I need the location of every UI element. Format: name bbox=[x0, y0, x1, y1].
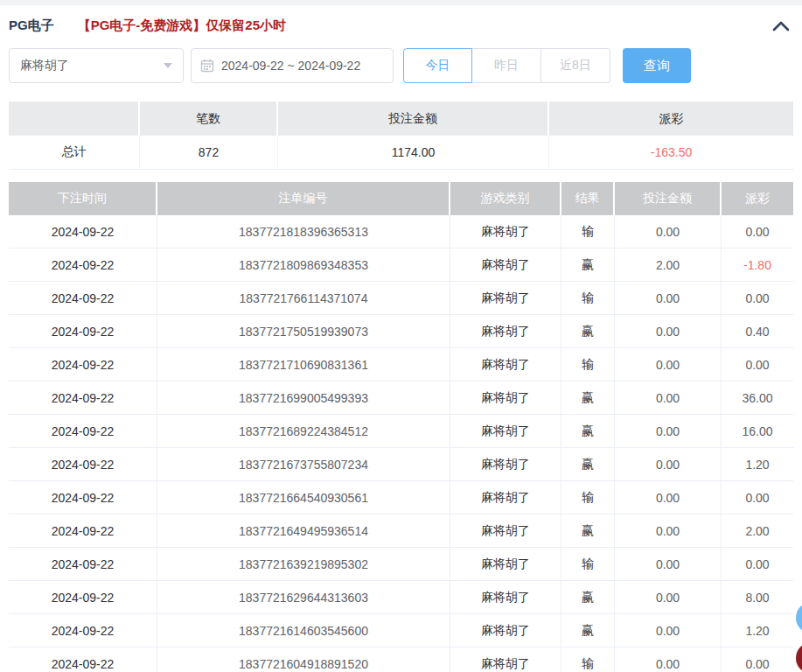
cell-bet-time: 2024-09-22 bbox=[9, 282, 157, 314]
table-row: 2024-09-22 1837721809869348353 麻将胡了 赢 2.… bbox=[9, 248, 793, 282]
cell-result: 赢 bbox=[561, 382, 615, 414]
cell-game-type: 麻将胡了 bbox=[450, 215, 561, 248]
cell-payout: 2.00 bbox=[722, 514, 793, 547]
cell-bet-time: 2024-09-22 bbox=[9, 248, 157, 281]
cell-result: 赢 bbox=[561, 415, 615, 447]
cell-game-type: 麻将胡了 bbox=[450, 448, 561, 480]
chevron-up-icon bbox=[772, 20, 790, 32]
cell-result: 赢 bbox=[561, 448, 615, 480]
floating-red-button[interactable] bbox=[796, 642, 802, 672]
summary-header-bet-amount: 投注金额 bbox=[278, 102, 549, 136]
cell-payout: 0.00 bbox=[722, 348, 793, 381]
table-row: 2024-09-22 1837721710690831361 麻将胡了 输 0.… bbox=[9, 348, 793, 382]
summary-total-count: 872 bbox=[140, 136, 278, 169]
cell-bet-amount: 0.00 bbox=[615, 548, 722, 580]
cell-result: 赢 bbox=[561, 514, 615, 547]
cell-result: 输 bbox=[561, 215, 615, 248]
bet-table: 下注时间 注单编号 游戏类别 结果 投注金额 派彩 2024-09-22 183… bbox=[9, 182, 793, 672]
cell-payout: 8.00 bbox=[722, 581, 793, 613]
table-row: 2024-09-22 1837721639219895302 麻将胡了 输 0.… bbox=[9, 548, 793, 581]
cell-payout: 36.00 bbox=[722, 382, 793, 414]
col-header-result: 结果 bbox=[561, 182, 615, 215]
table-row: 2024-09-22 1837721649495936514 麻将胡了 赢 0.… bbox=[9, 514, 793, 548]
filter-bar: 麻将胡了 2024-09-22 ~ 2024-09-22 今日 昨日 近8日 查… bbox=[9, 48, 793, 83]
promo-notice: 【PG电子-免费游戏】仅保留25小时 bbox=[78, 18, 286, 34]
col-header-payout: 派彩 bbox=[722, 182, 793, 215]
cell-payout: 0.40 bbox=[722, 315, 793, 347]
cell-payout: 0.00 bbox=[722, 282, 793, 314]
cell-game-type: 麻将胡了 bbox=[450, 514, 561, 547]
table-row: 2024-09-22 1837721689224384512 麻将胡了 赢 0.… bbox=[9, 415, 793, 448]
cell-bet-time: 2024-09-22 bbox=[9, 581, 157, 613]
cell-bet-time: 2024-09-22 bbox=[9, 415, 157, 447]
table-row: 2024-09-22 1837721664540930561 麻将胡了 输 0.… bbox=[9, 481, 793, 514]
cell-bet-amount: 0.00 bbox=[615, 315, 722, 347]
cell-bet-id: 1837721710690831361 bbox=[157, 348, 450, 381]
cell-bet-id: 1837721604918891520 bbox=[157, 648, 450, 672]
search-button[interactable]: 查询 bbox=[623, 48, 691, 83]
collapse-panel-button[interactable] bbox=[771, 18, 792, 34]
cell-bet-time: 2024-09-22 bbox=[9, 215, 157, 248]
pg-report-panel: PG电子 【PG电子-免费游戏】仅保留25小时 麻将胡了 bbox=[0, 0, 802, 672]
quick-filter-today[interactable]: 今日 bbox=[403, 48, 472, 83]
summary-header-count: 笔数 bbox=[140, 102, 278, 136]
cell-payout: 1.20 bbox=[722, 614, 793, 647]
cell-payout: 0.00 bbox=[722, 548, 793, 580]
cell-bet-id: 1837721673755807234 bbox=[157, 448, 450, 480]
summary-total-row: 总计 872 1174.00 -163.50 bbox=[9, 136, 793, 170]
col-header-game-type: 游戏类别 bbox=[450, 182, 561, 215]
cell-bet-id: 1837721649495936514 bbox=[157, 514, 450, 547]
cell-bet-amount: 0.00 bbox=[615, 415, 722, 447]
cell-bet-id: 1837721809869348353 bbox=[157, 248, 450, 281]
cell-payout: 0.00 bbox=[722, 481, 793, 514]
cell-payout: 0.00 bbox=[722, 215, 793, 248]
game-select[interactable]: 麻将胡了 bbox=[9, 48, 184, 83]
cell-result: 输 bbox=[561, 282, 615, 314]
quick-filter-last8days[interactable]: 近8日 bbox=[541, 48, 610, 83]
cell-game-type: 麻将胡了 bbox=[450, 348, 561, 381]
cell-bet-id: 1837721614603545600 bbox=[157, 614, 450, 647]
cell-bet-amount: 0.00 bbox=[615, 648, 722, 672]
cell-bet-id: 1837721689224384512 bbox=[157, 415, 450, 447]
summary-total-payout: -163.50 bbox=[549, 136, 793, 169]
date-range-value: 2024-09-22 ~ 2024-09-22 bbox=[221, 59, 360, 73]
date-range-input[interactable]: 2024-09-22 ~ 2024-09-22 bbox=[191, 48, 394, 83]
cell-result: 赢 bbox=[561, 248, 615, 281]
cell-payout: 0.00 bbox=[722, 648, 793, 672]
table-row: 2024-09-22 1837721604918891520 麻将胡了 输 0.… bbox=[9, 648, 793, 672]
table-row: 2024-09-22 1837721818396365313 麻将胡了 输 0.… bbox=[9, 215, 793, 248]
cell-bet-amount: 0.00 bbox=[615, 514, 722, 547]
cell-bet-amount: 0.00 bbox=[615, 382, 722, 414]
cell-game-type: 麻将胡了 bbox=[450, 648, 561, 672]
game-select-value: 麻将胡了 bbox=[20, 58, 69, 74]
cell-game-type: 麻将胡了 bbox=[450, 581, 561, 613]
cell-bet-id: 1837721699005499393 bbox=[157, 382, 450, 414]
cell-bet-time: 2024-09-22 bbox=[9, 548, 157, 580]
table-row: 2024-09-22 1837721699005499393 麻将胡了 赢 0.… bbox=[9, 382, 793, 415]
cell-game-type: 麻将胡了 bbox=[450, 548, 561, 580]
summary-total-label: 总计 bbox=[9, 136, 140, 169]
table-row: 2024-09-22 1837721750519939073 麻将胡了 赢 0.… bbox=[9, 315, 793, 348]
cell-bet-amount: 2.00 bbox=[615, 248, 722, 281]
cell-game-type: 麻将胡了 bbox=[450, 315, 561, 347]
col-header-bet-id: 注单编号 bbox=[157, 182, 450, 215]
cell-bet-time: 2024-09-22 bbox=[9, 514, 157, 547]
cell-bet-amount: 0.00 bbox=[615, 614, 722, 647]
cell-bet-id: 1837721766114371074 bbox=[157, 282, 450, 314]
cell-result: 赢 bbox=[561, 614, 615, 647]
quick-filter-yesterday[interactable]: 昨日 bbox=[472, 48, 541, 83]
col-header-bet-time: 下注时间 bbox=[9, 182, 157, 215]
cell-bet-amount: 0.00 bbox=[615, 348, 722, 381]
floating-blue-button[interactable] bbox=[796, 602, 802, 634]
cell-payout: -1.80 bbox=[722, 248, 793, 281]
summary-header-row: 笔数 投注金额 派彩 bbox=[9, 102, 793, 136]
cell-bet-time: 2024-09-22 bbox=[9, 315, 157, 347]
table-row: 2024-09-22 1837721673755807234 麻将胡了 赢 0.… bbox=[9, 448, 793, 481]
table-row: 2024-09-22 1837721614603545600 麻将胡了 赢 0.… bbox=[9, 614, 793, 648]
col-header-bet-amount: 投注金额 bbox=[615, 182, 722, 215]
cell-payout: 16.00 bbox=[722, 415, 793, 447]
cell-result: 输 bbox=[561, 648, 615, 672]
cell-bet-time: 2024-09-22 bbox=[9, 382, 157, 414]
cell-game-type: 麻将胡了 bbox=[450, 282, 561, 314]
cell-bet-id: 1837721750519939073 bbox=[157, 315, 450, 347]
